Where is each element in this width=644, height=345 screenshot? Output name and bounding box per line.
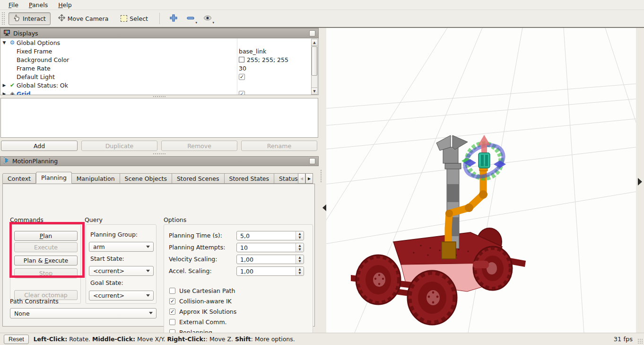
panel-splitter[interactable] [0, 152, 319, 155]
checkbox-use-cartesian-path[interactable]: Use Cartesian Path [169, 287, 235, 294]
reset-button[interactable]: Reset [4, 335, 29, 344]
tree-scrollbar[interactable]: ▲ ▼ [311, 39, 318, 95]
checkbox[interactable]: ✓ [169, 309, 175, 315]
checkbox-external-comm-[interactable]: External Comm. [169, 318, 227, 326]
rover-robot[interactable] [351, 228, 526, 325]
planning-time-s-spinbox[interactable]: 5,0▲▼ [236, 231, 304, 240]
visibility-tool-button[interactable]: ▾ [200, 12, 215, 25]
toolbar-drag-handle[interactable] [2, 12, 5, 25]
tree-row[interactable]: Frame Rate30 [0, 64, 312, 72]
panel-float-button[interactable] [309, 158, 315, 164]
accel-scaling-spinbox[interactable]: 1,00▲▼ [236, 266, 304, 276]
displays-tree[interactable]: ▼⚙Global OptionsFixed Framebase_linkBack… [0, 38, 319, 95]
tree-row-value[interactable]: ✓ [239, 91, 245, 96]
interact-tool-label: Interact [23, 15, 46, 22]
commands-groupbox: PlanExecutePlan & ExecuteStopClear octom… [10, 224, 81, 304]
dropdown-arrow-icon: ▾ [195, 21, 197, 25]
plan-button[interactable]: Plan [14, 231, 78, 241]
velocity-scaling-label: Velocity Scaling: [169, 256, 218, 263]
panel-float-button[interactable] [309, 30, 315, 36]
displays-panel-titlebar[interactable]: Displays [0, 28, 319, 38]
checkbox[interactable]: ✓ [169, 298, 175, 304]
tree-row[interactable]: Default Light✓ [0, 72, 312, 81]
menu-item-file[interactable]: File [4, 0, 23, 9]
checkbox-approx-ik-solutions[interactable]: ✓Approx IK Solutions [169, 308, 236, 315]
chevron-down-icon [146, 294, 150, 297]
tree-row-value[interactable]: base_link [239, 48, 266, 55]
motion-planning-titlebar[interactable]: MotionPlanning [0, 156, 319, 166]
tree-row-value[interactable]: 255; 255; 255 [239, 56, 288, 63]
spinner-arrows[interactable]: ▲▼ [296, 255, 304, 264]
checkbox[interactable]: ✓ [239, 74, 245, 80]
move-camera-tool-button[interactable]: Move Camera [53, 12, 113, 25]
check-icon: ✔ [8, 82, 17, 88]
add-display-button[interactable]: Add [1, 141, 78, 151]
displays-button-row: AddDuplicateRemoveRename [0, 141, 319, 151]
zoom-in-tool-button[interactable] [166, 12, 181, 25]
expander-down-icon[interactable]: ▼ [0, 40, 8, 45]
goal-state-label: Goal State: [90, 279, 123, 286]
spinbox-value: 10 [240, 244, 248, 251]
rviz-window: FilePanelsHelp Interact Move Camera Sele… [0, 0, 644, 345]
monitor-icon [3, 29, 10, 37]
tab-stored-scenes[interactable]: Stored Scenes [172, 173, 225, 184]
spinner-arrows[interactable]: ▲▼ [296, 267, 304, 275]
menu-item-help[interactable]: Help [53, 0, 77, 9]
tree-row-value[interactable]: 30 [239, 65, 246, 72]
scrollbar-thumb[interactable] [312, 46, 317, 76]
planning-attempts-spinbox[interactable]: 10▲▼ [236, 243, 304, 252]
scroll-up-arrow-icon[interactable]: ▲ [312, 39, 317, 46]
goal-state-combobox[interactable]: <current> [89, 291, 154, 301]
path-constraints-combobox[interactable]: None [10, 308, 157, 318]
checkbox[interactable] [169, 319, 175, 325]
tree-row[interactable]: Background Color255; 255; 255 [0, 55, 312, 64]
grid-icon: ◈ [8, 90, 17, 95]
interact-tool-button[interactable]: Interact [9, 12, 51, 25]
expander-right-icon[interactable]: ▶ [0, 83, 8, 88]
render-viewport-3d[interactable] [326, 28, 636, 333]
tab-scene-objects[interactable]: Scene Objects [120, 173, 172, 184]
tree-row-value[interactable]: ✓ [239, 74, 245, 80]
menu-item-panels[interactable]: Panels [24, 0, 52, 9]
tab-planning[interactable]: Planning [36, 172, 72, 184]
select-tool-button[interactable]: Select [116, 12, 153, 25]
tab-scroll-buttons: ◀ ▶ [298, 173, 313, 184]
menu-bar: FilePanelsHelp [0, 0, 644, 10]
checkbox[interactable]: ✓ [239, 91, 245, 96]
tree-row[interactable]: ▶◈Grid✓ [0, 89, 312, 95]
tab-manipulation[interactable]: Manipulation [72, 173, 120, 184]
tab-scroll-right-arrow-icon[interactable]: ▶ [305, 173, 313, 184]
spinbox-value: 5,0 [240, 232, 250, 239]
scroll-down-arrow-icon[interactable]: ▼ [312, 88, 317, 94]
tree-row[interactable]: Fixed Framebase_link [0, 47, 312, 55]
select-tool-label: Select [130, 15, 148, 22]
duplicate-display-button: Duplicate [81, 141, 157, 151]
tree-row[interactable]: ▶✔Global Status: Ok [0, 81, 312, 89]
color-swatch[interactable] [239, 57, 244, 62]
checkbox-collision-aware-ik[interactable]: ✓Collision-aware IK [169, 298, 232, 305]
tab-status[interactable]: Status [274, 173, 299, 184]
commands-section-label: Commands [10, 216, 44, 223]
zoom-out-tool-button[interactable]: ▾ [183, 12, 198, 25]
displays-panel: Displays ▼⚙Global OptionsFixed Framebase… [0, 28, 319, 151]
motion-planning-tabbar: ContextPlanningManipulationScene Objects… [2, 172, 299, 184]
tab-stored-states[interactable]: Stored States [225, 173, 275, 184]
plan-execute-button[interactable]: Plan & Execute [14, 256, 78, 265]
resize-grip[interactable] [637, 338, 643, 344]
planning-group-combobox[interactable]: arm [89, 242, 154, 252]
spinner-arrows[interactable]: ▲▼ [296, 231, 304, 240]
expander-right-icon[interactable]: ▶ [0, 91, 8, 95]
planning-time-s-label: Planning Time (s): [169, 232, 222, 239]
velocity-scaling-spinbox[interactable]: 1,00▲▼ [236, 255, 304, 264]
spinner-arrows[interactable]: ▲▼ [296, 243, 304, 252]
planning-attempts-label: Planning Attempts: [169, 244, 225, 251]
panel-resize-gap[interactable] [319, 28, 326, 333]
expand-right-arrow-icon[interactable] [638, 178, 642, 186]
tab-context[interactable]: Context [2, 173, 36, 184]
start-state-combobox[interactable]: <current> [89, 266, 154, 276]
chevron-down-icon [149, 312, 153, 314]
tree-row[interactable]: ▼⚙Global Options [0, 38, 312, 47]
checkbox[interactable] [169, 288, 175, 294]
camera-mast[interactable] [436, 135, 468, 248]
rover-wheel [408, 271, 457, 325]
